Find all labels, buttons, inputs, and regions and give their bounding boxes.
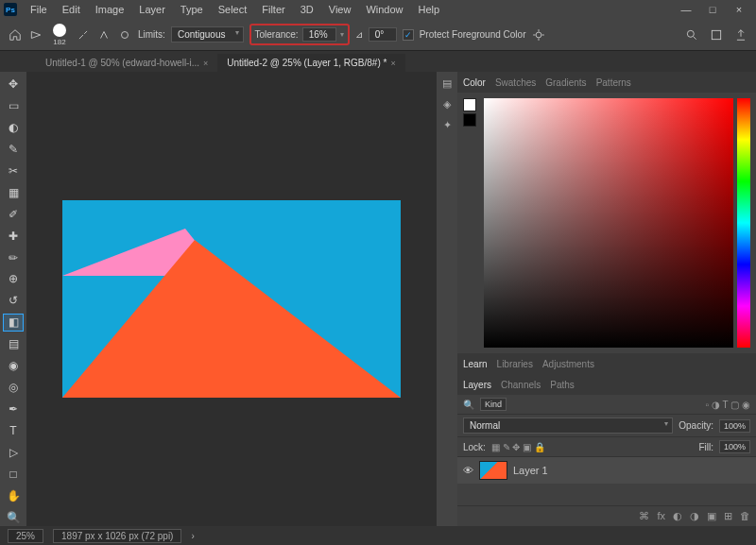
options-bar: 182 Limits: Contiguous Tolerance: 16% ▾ … bbox=[0, 19, 756, 51]
heal-tool[interactable]: ✚ bbox=[3, 227, 24, 245]
adjustment-icon[interactable]: ◑ bbox=[690, 510, 699, 522]
pen-tool[interactable]: ✒ bbox=[3, 400, 24, 418]
tolerance-input[interactable]: 16% bbox=[302, 27, 336, 42]
brush-preview[interactable]: 182 bbox=[53, 24, 66, 46]
dodge-tool[interactable]: ◎ bbox=[3, 379, 24, 397]
crop-tool[interactable]: ✂ bbox=[3, 162, 24, 180]
menu-image[interactable]: Image bbox=[88, 2, 132, 17]
properties-icon[interactable]: ◈ bbox=[439, 96, 455, 111]
minimize-button[interactable]: — bbox=[673, 1, 699, 18]
brush-tool[interactable]: ✏ bbox=[3, 248, 24, 266]
menu-select[interactable]: Select bbox=[211, 2, 255, 17]
artboard bbox=[62, 200, 401, 398]
marquee-tool[interactable]: ▭ bbox=[3, 97, 24, 115]
angle-input[interactable]: 0° bbox=[369, 27, 397, 42]
folder-icon[interactable]: ▣ bbox=[707, 510, 716, 522]
workspace-icon[interactable] bbox=[709, 27, 724, 43]
eraser-tool[interactable]: ◧ bbox=[3, 314, 24, 332]
eyedropper-tool[interactable]: ✐ bbox=[3, 205, 24, 223]
info-icon[interactable]: ✦ bbox=[439, 117, 455, 132]
color-panel-tabs: Color Swatches Gradients Patterns bbox=[457, 72, 756, 93]
limits-select[interactable]: Contiguous bbox=[171, 26, 244, 43]
visibility-icon[interactable]: 👁 bbox=[463, 465, 473, 476]
color-picker[interactable] bbox=[484, 98, 733, 348]
mask-icon[interactable]: ◐ bbox=[673, 510, 682, 522]
blend-mode-select[interactable]: Normal bbox=[463, 417, 673, 434]
layers-panel-tabs: Layers Channels Paths bbox=[457, 374, 756, 395]
layer-name[interactable]: Layer 1 bbox=[513, 465, 548, 476]
stamp-tool[interactable]: ⊕ bbox=[3, 270, 24, 288]
kind-filter[interactable]: Kind bbox=[480, 398, 507, 411]
menu-window[interactable]: Window bbox=[358, 2, 410, 17]
status-bar: 25% 1897 px x 1026 px (72 ppi) › bbox=[0, 526, 756, 545]
menu-file[interactable]: File bbox=[23, 2, 55, 17]
link-icon[interactable]: ⌘ bbox=[639, 510, 649, 522]
svg-rect-3 bbox=[712, 30, 720, 39]
gradient-tool[interactable]: ▤ bbox=[3, 335, 24, 353]
brush-panel-icon[interactable] bbox=[96, 27, 112, 43]
fill-input[interactable]: 100% bbox=[719, 440, 750, 453]
fx-icon[interactable]: fx bbox=[657, 510, 665, 522]
doc-tab-2[interactable]: Untitled-2 @ 25% (Layer 1, RGB/8#) *× bbox=[217, 54, 404, 72]
svg-point-0 bbox=[122, 31, 129, 38]
tab-layers[interactable]: Layers bbox=[463, 380, 491, 390]
menu-3d[interactable]: 3D bbox=[293, 2, 321, 17]
tab-color[interactable]: Color bbox=[463, 77, 486, 88]
tab-adjustments[interactable]: Adjustments bbox=[542, 359, 594, 369]
tab-paths[interactable]: Paths bbox=[550, 380, 575, 390]
chevron-down-icon[interactable]: ▾ bbox=[340, 30, 344, 39]
layer-row[interactable]: 👁 Layer 1 bbox=[457, 457, 756, 484]
zoom-tool[interactable]: 🔍 bbox=[3, 508, 24, 526]
frame-tool[interactable]: ▦ bbox=[3, 183, 24, 201]
close-icon[interactable]: × bbox=[203, 59, 208, 68]
doc-tab-1[interactable]: Untitled-1 @ 50% (edward-howell-i...× bbox=[36, 54, 217, 72]
tab-learn[interactable]: Learn bbox=[463, 359, 488, 369]
shape-tool[interactable]: □ bbox=[3, 465, 24, 483]
move-tool[interactable]: ✥ bbox=[3, 76, 24, 94]
tab-gradients[interactable]: Gradients bbox=[545, 77, 586, 88]
layer-thumbnail[interactable] bbox=[479, 461, 507, 480]
menu-edit[interactable]: Edit bbox=[55, 2, 88, 17]
new-layer-icon[interactable]: ⊞ bbox=[724, 510, 732, 522]
angle-icon: ⊿ bbox=[355, 29, 363, 40]
share-icon[interactable] bbox=[733, 27, 748, 43]
layers-panel: 🔍Kind ▫ ◑ T ▢ ◉ Normal Opacity: 100% Loc… bbox=[457, 395, 756, 526]
menu-type[interactable]: Type bbox=[173, 2, 211, 17]
chevron-right-icon[interactable]: › bbox=[191, 531, 194, 541]
background-swatch[interactable] bbox=[463, 113, 476, 127]
lasso-tool[interactable]: ◐ bbox=[3, 119, 24, 137]
home-icon[interactable] bbox=[8, 27, 23, 43]
brush-angle-icon[interactable] bbox=[117, 27, 132, 43]
hand-tool[interactable]: ✋ bbox=[3, 486, 24, 504]
quick-select-tool[interactable]: ✎ bbox=[3, 141, 24, 159]
doc-dimensions[interactable]: 1897 px x 1026 px (72 ppi) bbox=[53, 529, 181, 543]
menu-bar: Ps File Edit Image Layer Type Select Fil… bbox=[0, 0, 756, 19]
sampling-icon[interactable] bbox=[531, 27, 546, 43]
tab-patterns[interactable]: Patterns bbox=[596, 77, 631, 88]
menu-view[interactable]: View bbox=[321, 2, 359, 17]
foreground-swatch[interactable] bbox=[463, 98, 476, 111]
tool-preset-icon[interactable] bbox=[28, 27, 43, 43]
menu-help[interactable]: Help bbox=[411, 2, 448, 17]
brush-settings-icon[interactable] bbox=[76, 27, 91, 43]
canvas-area[interactable] bbox=[26, 72, 437, 526]
menu-filter[interactable]: Filter bbox=[254, 2, 292, 17]
history-icon[interactable]: ▤ bbox=[439, 76, 455, 91]
opacity-input[interactable]: 100% bbox=[719, 419, 750, 433]
history-brush-tool[interactable]: ↺ bbox=[3, 292, 24, 310]
path-tool[interactable]: ▷ bbox=[3, 443, 24, 461]
blur-tool[interactable]: ◉ bbox=[3, 357, 24, 375]
close-icon[interactable]: × bbox=[390, 59, 395, 68]
trash-icon[interactable]: 🗑 bbox=[740, 510, 750, 522]
maximize-button[interactable]: □ bbox=[699, 1, 726, 18]
tab-swatches[interactable]: Swatches bbox=[495, 77, 536, 88]
type-tool[interactable]: T bbox=[3, 422, 24, 440]
tab-channels[interactable]: Channels bbox=[501, 380, 541, 390]
protect-checkbox[interactable]: ✓ bbox=[403, 29, 414, 41]
search-icon[interactable] bbox=[684, 27, 699, 43]
tab-libraries[interactable]: Libraries bbox=[497, 359, 533, 369]
zoom-level[interactable]: 25% bbox=[8, 529, 43, 543]
close-button[interactable]: × bbox=[726, 1, 752, 18]
menu-layer[interactable]: Layer bbox=[131, 2, 173, 17]
hue-slider[interactable] bbox=[737, 98, 750, 348]
